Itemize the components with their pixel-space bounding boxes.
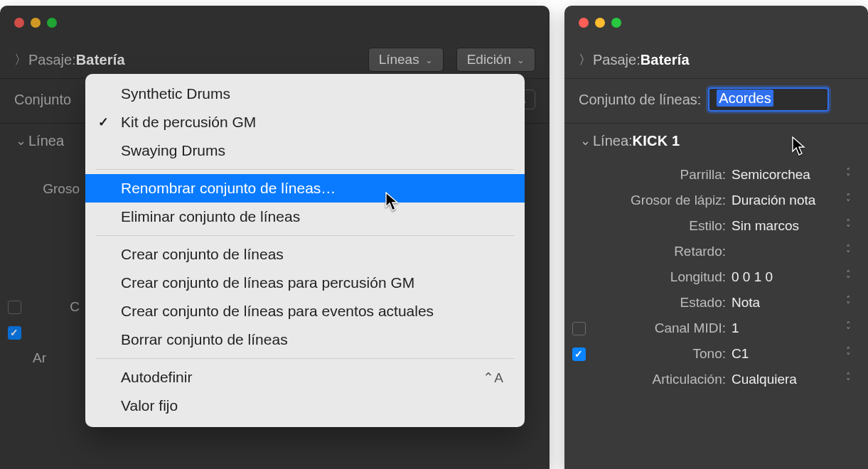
left-window: 〉 Pasaje: Batería Líneas ⌄ Edición ⌄ Con…: [0, 6, 550, 469]
lineset-label: Conjunto de líneas:: [577, 92, 701, 108]
menu-item-create-lineset-current[interactable]: Crear conjunto de líneas para eventos ac…: [85, 297, 525, 325]
param-length[interactable]: Longitud: 0 0 1 0 ˄˅: [564, 264, 868, 290]
param-name: Longitud:: [593, 269, 732, 285]
param-pitch[interactable]: ✓ Tono: C1 ˄˅: [564, 341, 868, 367]
stepper-icon[interactable]: ˄˅: [846, 246, 854, 257]
menu-item-label: Borrar conjunto de líneas: [121, 331, 288, 348]
menu-item-label: Crear conjunto de líneas para eventos ac…: [121, 303, 434, 320]
param-style[interactable]: Estilo: Sin marcos ˄˅: [564, 213, 868, 239]
line-label: Línea:: [593, 133, 633, 149]
stepper-icon[interactable]: ˄˅: [846, 348, 854, 360]
disclosure-down-icon[interactable]: ⌄: [577, 133, 593, 149]
menu-item-label: Renombrar conjunto de líneas…: [121, 180, 336, 197]
line-label-trunc: Línea: [28, 133, 64, 149]
param-name: Retardo:: [593, 244, 732, 259]
param-value: 0 0 1 0: [732, 269, 846, 285]
param-value: Cualquiera: [732, 372, 846, 387]
midi-channel-checkbox[interactable]: [572, 322, 586, 335]
menu-separator: [95, 169, 515, 170]
pitch-checkbox[interactable]: ✓: [572, 347, 586, 361]
line-value: KICK 1: [633, 133, 680, 149]
pitch-checkbox[interactable]: ✓: [8, 326, 21, 340]
lineset-name-value: Acordes: [717, 90, 773, 107]
passage-label: Pasaje:: [593, 52, 641, 68]
passage-value: Batería: [641, 52, 690, 68]
midi-channel-checkbox[interactable]: [8, 301, 21, 314]
param-grid[interactable]: Parrilla: Semicorchea ˄˅: [564, 162, 868, 188]
stepper-icon[interactable]: ˄˅: [846, 374, 854, 385]
minimize-dot-icon[interactable]: [31, 18, 41, 28]
param-articulation[interactable]: Articulación: Cualquiera ˄˅: [564, 367, 868, 392]
menu-item-rename-lineset[interactable]: Renombrar conjunto de líneas…: [85, 174, 525, 203]
menu-item-fixed-value[interactable]: Valor fijo: [85, 392, 525, 420]
close-dot-icon[interactable]: [14, 18, 24, 28]
lineset-label-trunc: Conjunto: [13, 92, 71, 108]
lineset-name-input[interactable]: Acordes: [708, 87, 829, 112]
param-name: Articulación:: [593, 372, 732, 387]
disclosure-right-icon[interactable]: 〉: [13, 51, 28, 68]
menu-item-label: Eliminar conjunto de líneas: [121, 208, 300, 225]
menu-separator: [95, 235, 515, 236]
stepper-icon[interactable]: ˄˅: [846, 195, 854, 206]
menu-item-delete-lineset[interactable]: Eliminar conjunto de líneas: [85, 203, 525, 231]
menu-item-label: Kit de percusión GM: [121, 114, 256, 131]
param-midi-channel[interactable]: Canal MIDI: 1 ˄˅: [564, 316, 868, 341]
articulation-label-trunc: Ar: [0, 350, 85, 366]
param-status[interactable]: Estado: Nota ˄˅: [564, 290, 868, 316]
passage-value: Batería: [76, 52, 125, 68]
right-window: 〉 Pasaje: Batería Conjunto de líneas: Ac…: [564, 6, 868, 469]
menu-item-label: Synthetic Drums: [121, 85, 230, 102]
menu-item-label: Crear conjunto de líneas para percusión …: [121, 274, 414, 291]
zoom-dot-icon[interactable]: [47, 18, 57, 28]
edit-popup-button[interactable]: Edición ⌄: [456, 48, 535, 72]
menu-item-shortcut: ⌃A: [483, 370, 503, 386]
param-name: Estado:: [593, 295, 732, 311]
param-value: Duración nota: [732, 193, 846, 208]
menu-item-create-lineset-gm[interactable]: Crear conjunto de líneas para percusión …: [85, 269, 525, 297]
stepper-icon[interactable]: ˄˅: [846, 220, 854, 232]
chevron-down-icon: ⌄: [425, 55, 433, 65]
zoom-dot-icon[interactable]: [611, 18, 621, 28]
menu-item-preset[interactable]: Swaying Drums: [85, 136, 525, 165]
chevron-down-icon: ⌄: [517, 55, 525, 65]
menu-item-clear-lineset[interactable]: Borrar conjunto de líneas: [85, 325, 525, 354]
disclosure-down-icon[interactable]: ⌄: [13, 133, 28, 149]
menu-item-label: Valor fijo: [121, 397, 178, 414]
stepper-icon[interactable]: ˄˅: [846, 169, 854, 180]
param-name: Grosor de lápiz:: [593, 193, 732, 208]
param-name: Canal MIDI:: [593, 320, 732, 336]
minimize-dot-icon[interactable]: [595, 18, 605, 28]
window-traffic-lights: [564, 6, 868, 41]
pencil-width-label-trunc: Groso: [0, 181, 85, 197]
param-name: Tono:: [593, 346, 732, 362]
menu-separator: [95, 358, 515, 359]
param-delay[interactable]: Retardo: ˄˅: [564, 239, 868, 264]
close-dot-icon[interactable]: [579, 18, 589, 28]
edit-popup-label: Edición: [467, 52, 511, 68]
lineset-context-menu: Synthetic Drums ✓ Kit de percusión GM Sw…: [85, 74, 525, 427]
stepper-icon[interactable]: ˄˅: [846, 323, 854, 334]
menu-item-label: Autodefinir: [121, 369, 192, 386]
checkmark-icon: ✓: [98, 114, 109, 130]
param-value: C1: [732, 346, 846, 362]
menu-item-autodefine[interactable]: Autodefinir ⌃A: [85, 363, 525, 392]
menu-item-label: Swaying Drums: [121, 142, 225, 159]
param-pencil-width[interactable]: Grosor de lápiz: Duración nota ˄˅: [564, 188, 868, 213]
lines-popup-button[interactable]: Líneas ⌄: [368, 48, 444, 72]
param-value: 1: [732, 320, 846, 336]
lines-popup-label: Líneas: [379, 52, 419, 68]
param-value: Sin marcos: [732, 218, 846, 234]
passage-label: Pasaje:: [28, 52, 76, 68]
stepper-icon[interactable]: ˄˅: [846, 271, 854, 283]
stepper-icon[interactable]: ˄˅: [846, 297, 854, 308]
param-value: Semicorchea: [732, 167, 846, 183]
menu-item-preset[interactable]: ✓ Kit de percusión GM: [85, 108, 525, 136]
menu-item-label: Crear conjunto de líneas: [121, 246, 284, 263]
param-name: Estilo:: [593, 218, 732, 234]
menu-item-preset[interactable]: Synthetic Drums: [85, 80, 525, 108]
param-value: Nota: [732, 295, 846, 311]
menu-item-create-lineset[interactable]: Crear conjunto de líneas: [85, 240, 525, 269]
disclosure-right-icon[interactable]: 〉: [577, 51, 593, 68]
window-traffic-lights: [0, 6, 550, 41]
midi-channel-label-trunc: C: [28, 299, 85, 315]
